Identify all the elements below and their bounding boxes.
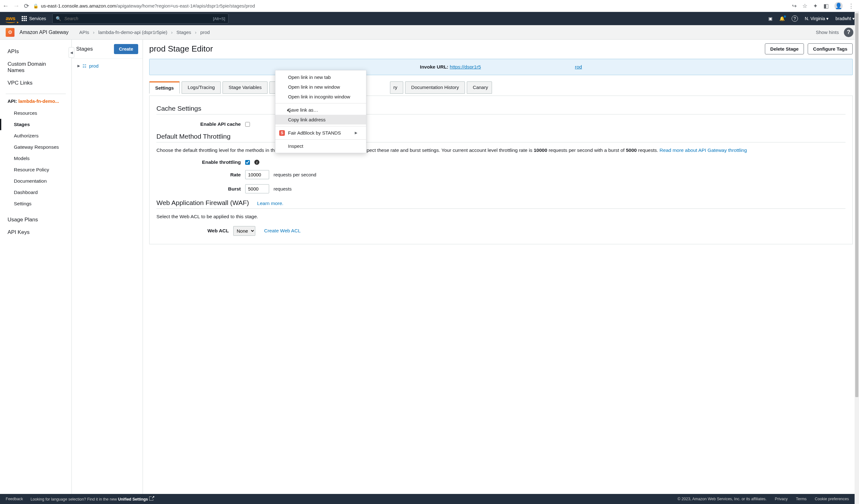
adblock-icon: S: [279, 130, 285, 136]
services-menu[interactable]: Services: [22, 16, 46, 21]
invoke-url-link[interactable]: https://dspr1r5: [450, 64, 481, 69]
collapse-button[interactable]: ◀: [69, 47, 74, 58]
caret-right-icon[interactable]: ▶: [77, 64, 80, 68]
nav-apis[interactable]: APIs: [0, 45, 72, 58]
extensions-icon[interactable]: ✦: [813, 2, 818, 10]
left-nav: APIs Custom Domain Names VPC Links API: …: [0, 40, 72, 494]
nav-vpc-links[interactable]: VPC Links: [0, 77, 72, 89]
crumb-api[interactable]: lambda-fn-demo-api (dspr1r5pie): [98, 30, 167, 35]
rate-input[interactable]: [245, 170, 269, 179]
throttle-section-title: Default Method Throttling: [156, 133, 845, 140]
crumb-stages[interactable]: Stages: [177, 30, 191, 35]
stage-tabs: Settings Logs/Tracing Stage Variables SD…: [149, 81, 853, 96]
burst-label: Burst: [156, 186, 241, 192]
nav-resources[interactable]: Resources: [0, 108, 72, 119]
waf-description: Select the Web ACL to be applied to this…: [156, 213, 845, 220]
back-icon[interactable]: ←: [2, 2, 9, 10]
nav-stages[interactable]: Stages: [0, 119, 72, 130]
help-button[interactable]: ?: [844, 28, 853, 37]
crumb-stage[interactable]: prod: [200, 30, 210, 35]
ctx-open-incognito[interactable]: Open link in incognito window: [275, 92, 366, 101]
address-bar[interactable]: 🔒 us-east-1.console.aws.amazon.com/apiga…: [33, 3, 788, 9]
profile-avatar[interactable]: 👤: [834, 2, 843, 10]
invoke-url-link-tail[interactable]: rod: [575, 64, 582, 69]
bookmark-icon[interactable]: ☆: [802, 2, 808, 10]
ctx-save-link[interactable]: Save link as…: [275, 105, 366, 115]
apigateway-icon: ⚙: [6, 28, 14, 37]
tab-logs[interactable]: Logs/Tracing: [182, 81, 221, 94]
search-shortcut: [Alt+S]: [213, 16, 225, 21]
tab-history-hidden[interactable]: ry: [390, 81, 404, 94]
nav-api-keys[interactable]: API Keys: [0, 226, 72, 239]
configure-tags-button[interactable]: Configure Tags: [808, 43, 853, 54]
api-label: API: lambda-fn-demo...: [0, 98, 72, 108]
enable-cache-checkbox[interactable]: [245, 122, 250, 127]
scrollbar-thumb[interactable]: [855, 13, 858, 397]
nav-gateway-responses[interactable]: Gateway Responses: [0, 141, 72, 153]
main-header: prod Stage Editor Delete Stage Configure…: [149, 43, 853, 54]
nav-authorizers[interactable]: Authorizers: [0, 130, 72, 141]
stages-tree: ▶ ☷ prod: [72, 59, 142, 73]
nav-models[interactable]: Models: [0, 153, 72, 164]
api-name-link[interactable]: lambda-fn-demo...: [18, 98, 59, 104]
create-webacl-link[interactable]: Create Web ACL: [264, 228, 301, 234]
help-icon[interactable]: ?: [792, 15, 798, 22]
ctx-inspect[interactable]: Inspect: [275, 141, 366, 151]
show-hints-link[interactable]: Show hints: [816, 30, 839, 35]
nav-documentation[interactable]: Documentation: [0, 175, 72, 187]
url-path: /apigateway/home?region=us-east-1#/apis/…: [116, 3, 255, 9]
context-menu: Open link in new tab Open link in new wi…: [275, 70, 366, 153]
stage-link[interactable]: prod: [89, 63, 99, 68]
cache-section-title: Cache Settings: [156, 105, 845, 112]
account-menu[interactable]: bradwht ▾: [835, 16, 855, 21]
notifications-icon[interactable]: 🔔: [779, 16, 785, 21]
browser-nav: ← → ⟳: [2, 2, 29, 10]
aws-search[interactable]: 🔍 [Alt+S]: [52, 14, 228, 23]
ctx-copy-link[interactable]: Copy link address: [275, 115, 366, 125]
tab-settings[interactable]: Settings: [149, 81, 180, 94]
chrome-menu-icon[interactable]: ⋮: [848, 2, 854, 10]
chevron-right-icon: ›: [93, 30, 94, 35]
rate-row: Rate requests per second: [156, 168, 845, 182]
webacl-row: Web ACL None Create Web ACL: [156, 223, 845, 238]
chevron-down-icon: ▾: [853, 16, 855, 21]
stages-panel: ◀ Stages Create ▶ ☷ prod: [72, 40, 143, 494]
page-title: prod Stage Editor: [149, 44, 213, 54]
ctx-adblock[interactable]: SFair AdBlock by STANDS▶: [275, 128, 366, 138]
tab-canary[interactable]: Canary: [467, 81, 492, 94]
search-input[interactable]: [64, 16, 210, 21]
nav-dashboard[interactable]: Dashboard: [0, 187, 72, 198]
crumb-apis[interactable]: APIs: [79, 30, 89, 35]
stages-header: Stages Create: [72, 44, 142, 59]
ctx-open-new-window[interactable]: Open link in new window: [275, 82, 366, 92]
ctx-open-new-tab[interactable]: Open link in new tab: [275, 72, 366, 82]
burst-input[interactable]: [245, 184, 269, 193]
enable-throttle-checkbox[interactable]: [245, 160, 250, 165]
enable-throttle-row: Enable throttling i: [156, 157, 845, 168]
service-name[interactable]: Amazon API Gateway: [19, 30, 69, 35]
section-divider: [156, 142, 845, 142]
nav-settings[interactable]: Settings: [0, 198, 72, 209]
cloudshell-icon[interactable]: ▣: [768, 16, 772, 21]
tab-stage-variables[interactable]: Stage Variables: [223, 81, 268, 94]
throttle-docs-link[interactable]: Read more about API Gateway throttling: [660, 147, 747, 153]
share-icon[interactable]: ↪: [792, 2, 797, 10]
delete-stage-button[interactable]: Delete Stage: [765, 43, 804, 54]
section-divider: [156, 114, 845, 114]
tab-doc-history[interactable]: Documentation History: [405, 81, 465, 94]
webacl-select[interactable]: None: [233, 226, 255, 236]
nav-custom-domains[interactable]: Custom Domain Names: [0, 58, 72, 77]
stage-tree-item[interactable]: ▶ ☷ prod: [77, 63, 137, 68]
nav-resource-policy[interactable]: Resource Policy: [0, 164, 72, 175]
aws-logo[interactable]: aws: [6, 15, 15, 22]
reload-icon[interactable]: ⟳: [24, 2, 29, 10]
vertical-scrollbar[interactable]: [855, 12, 859, 494]
browser-toolbar: ← → ⟳ 🔒 us-east-1.console.aws.amazon.com…: [0, 0, 859, 12]
info-icon[interactable]: i: [254, 160, 259, 165]
region-selector[interactable]: N. Virginia ▾: [805, 16, 828, 21]
waf-learn-more-link[interactable]: Learn more.: [257, 201, 284, 206]
nav-usage-plans[interactable]: Usage Plans: [0, 214, 72, 226]
chevron-right-icon: ›: [195, 30, 196, 35]
create-stage-button[interactable]: Create: [114, 44, 138, 54]
side-panel-icon[interactable]: ◧: [824, 2, 829, 10]
